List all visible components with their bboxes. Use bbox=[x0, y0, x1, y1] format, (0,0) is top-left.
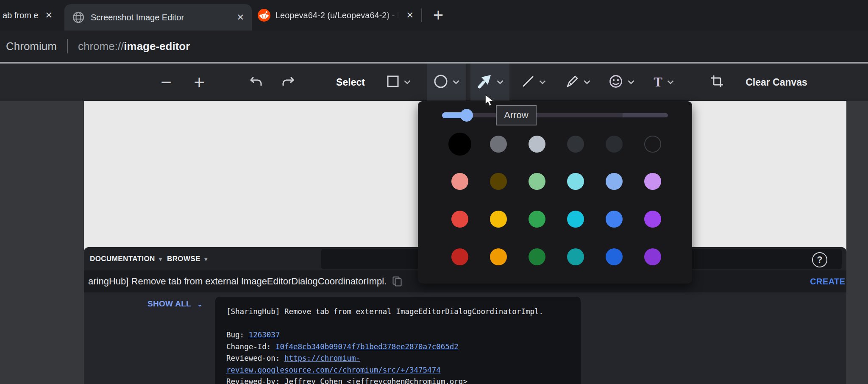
color-swatch[interactable] bbox=[567, 173, 584, 190]
commit-text: Reviewed-on: bbox=[226, 354, 284, 362]
gerrit-documentation-menu: DOCUMENTATION ▾ bbox=[90, 247, 162, 270]
color-swatch[interactable] bbox=[606, 136, 623, 153]
create-link: CREATE F bbox=[810, 270, 846, 292]
color-swatch[interactable] bbox=[644, 173, 661, 190]
new-tab-button[interactable]: + bbox=[427, 3, 449, 27]
tab-divider bbox=[421, 8, 422, 22]
color-swatch[interactable] bbox=[606, 248, 623, 265]
color-swatch-selected[interactable] bbox=[448, 133, 471, 156]
thickness-slider-track[interactable] bbox=[623, 113, 668, 117]
editor-toolbar: − + Select T bbox=[0, 64, 868, 101]
tab-screenshot-image-editor[interactable]: Screenshot Image Editor ✕ bbox=[64, 4, 252, 31]
close-icon[interactable]: ✕ bbox=[406, 10, 414, 20]
tab-reddit[interactable]: Leopeva64-2 (u/Leopeva64-2) - R ✕ bbox=[256, 0, 415, 31]
chevron-down-icon[interactable] bbox=[497, 80, 504, 84]
chevron-down-icon[interactable] bbox=[453, 80, 459, 84]
commit-line: Change-Id: I0f4e8cb340b09074f7b1bed378ee… bbox=[226, 341, 581, 353]
tab-partial-left[interactable]: ab from e ✕ bbox=[0, 0, 64, 31]
line-tool-button[interactable] bbox=[514, 64, 553, 101]
zoom-in-button[interactable]: + bbox=[186, 64, 212, 101]
color-swatch[interactable] bbox=[567, 248, 584, 265]
color-swatch[interactable] bbox=[490, 211, 507, 228]
color-swatch[interactable] bbox=[529, 136, 545, 153]
color-swatch[interactable] bbox=[606, 173, 623, 190]
color-swatch[interactable] bbox=[529, 211, 545, 228]
color-swatch[interactable] bbox=[644, 136, 661, 153]
url-scheme: chrome:// bbox=[78, 40, 124, 53]
tab-label: Screenshot Image Editor bbox=[91, 13, 230, 22]
color-swatch[interactable] bbox=[490, 136, 507, 153]
brand-label: Chromium bbox=[6, 40, 57, 53]
plus-icon: + bbox=[194, 73, 205, 92]
color-swatch[interactable] bbox=[451, 248, 468, 265]
commit-line: Bug: 1263037 bbox=[226, 329, 581, 341]
globe-icon bbox=[72, 11, 85, 24]
color-swatch[interactable] bbox=[644, 211, 661, 228]
ellipse-icon bbox=[434, 74, 448, 90]
chevron-down-icon[interactable] bbox=[404, 80, 411, 84]
commit-link[interactable]: review.googlesource.com/c/chromium/src/+… bbox=[226, 366, 441, 374]
close-icon[interactable]: ✕ bbox=[45, 10, 53, 20]
text-tool-icon: T bbox=[654, 75, 662, 90]
commit-message-box: [SharingHub] Remove tab from external Im… bbox=[215, 297, 581, 384]
gerrit-browse-menu: BROWSE ▾ bbox=[167, 247, 208, 270]
color-swatch[interactable] bbox=[490, 248, 507, 265]
color-swatch[interactable] bbox=[490, 173, 507, 190]
commit-text: Change-Id: bbox=[226, 342, 275, 351]
url-host: image-editor bbox=[124, 40, 190, 53]
line-icon bbox=[522, 75, 534, 89]
change-title: aringHub] Remove tab from external Image… bbox=[88, 276, 387, 287]
chevron-down-icon[interactable] bbox=[628, 80, 634, 84]
copy-icon bbox=[392, 276, 402, 287]
thickness-slider-track[interactable] bbox=[465, 113, 623, 117]
redo-button[interactable] bbox=[275, 64, 301, 101]
select-label: Select bbox=[336, 77, 365, 88]
tooltip-label: Arrow bbox=[504, 110, 528, 121]
browser-window: ab from e ✕ Screenshot Image Editor ✕ Le… bbox=[0, 0, 868, 384]
color-swatch[interactable] bbox=[606, 211, 623, 228]
commit-line: Reviewed-by: Jeffrey Cohen <jeffreycohen… bbox=[226, 376, 581, 384]
close-icon[interactable]: ✕ bbox=[236, 12, 244, 22]
color-swatch[interactable] bbox=[644, 248, 661, 265]
arrow-tooltip: Arrow bbox=[496, 105, 537, 125]
zoom-out-button[interactable]: − bbox=[153, 64, 179, 101]
color-swatch[interactable] bbox=[529, 248, 545, 265]
url-bar[interactable]: Chromium chrome://image-editor bbox=[0, 31, 868, 62]
chevron-down-icon[interactable] bbox=[539, 80, 546, 84]
text-tool-button[interactable]: T bbox=[645, 64, 682, 101]
commit-text: [SharingHub] Remove tab from external Im… bbox=[226, 307, 543, 316]
commit-link[interactable]: https://chromium- bbox=[284, 354, 360, 362]
color-swatch[interactable] bbox=[567, 136, 584, 153]
gerrit-change-body: SHOW ALL ⌄ [SharingHub] Remove tab from … bbox=[84, 292, 846, 384]
show-all-link: SHOW ALL ⌄ bbox=[147, 299, 203, 309]
commit-link[interactable]: I0f4e8cb340b09074f7b1bed378ee2870a7c065d… bbox=[275, 342, 459, 351]
undo-button[interactable] bbox=[243, 64, 270, 101]
commit-link[interactable]: 1263037 bbox=[249, 331, 280, 339]
show-all-label: SHOW ALL bbox=[147, 299, 191, 308]
clear-canvas-button[interactable]: Clear Canvas bbox=[734, 64, 819, 101]
caret-down-icon: ▾ bbox=[204, 255, 208, 263]
emoji-icon bbox=[609, 74, 623, 90]
pen-tool-button[interactable] bbox=[558, 64, 597, 101]
undo-icon bbox=[249, 75, 264, 89]
commit-text: Reviewed-by: Jeffrey Cohen <jeffreycohen… bbox=[226, 377, 467, 384]
redo-icon bbox=[281, 75, 295, 89]
thickness-slider-thumb[interactable] bbox=[460, 109, 473, 122]
ellipse-tool-button[interactable] bbox=[427, 64, 466, 101]
documentation-label: DOCUMENTATION bbox=[90, 255, 155, 263]
color-swatch[interactable] bbox=[567, 211, 584, 228]
chevron-down-icon[interactable] bbox=[584, 80, 590, 84]
tab-label: Leopeva64-2 (u/Leopeva64-2) - R bbox=[275, 11, 399, 20]
emoji-tool-button[interactable] bbox=[602, 64, 641, 101]
crop-tool-button[interactable] bbox=[704, 64, 730, 101]
color-swatch[interactable] bbox=[451, 173, 468, 190]
chevron-down-icon[interactable] bbox=[667, 80, 674, 84]
commit-line bbox=[226, 318, 581, 330]
select-tool-button[interactable]: Select bbox=[327, 64, 374, 101]
tab-strip: ab from e ✕ Screenshot Image Editor ✕ Le… bbox=[0, 0, 868, 31]
color-swatch[interactable] bbox=[451, 211, 468, 228]
caret-down-icon: ⌄ bbox=[197, 301, 203, 308]
commit-line: [SharingHub] Remove tab from external Im… bbox=[226, 306, 581, 318]
color-swatch[interactable] bbox=[529, 173, 545, 190]
rectangle-tool-button[interactable] bbox=[379, 64, 417, 101]
